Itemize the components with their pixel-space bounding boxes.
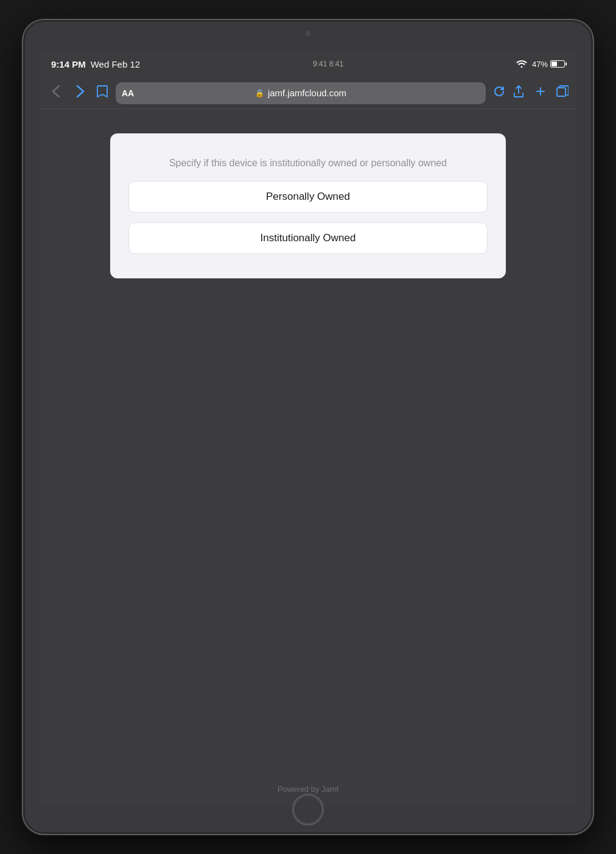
wifi-icon [516, 59, 527, 69]
personally-owned-button[interactable]: Personally Owned [128, 181, 488, 213]
status-bar: 9:14 PM Wed Feb 12 9:41 8:41 47% [40, 51, 576, 77]
front-camera [306, 31, 310, 36]
ipad-frame: 9:14 PM Wed Feb 12 9:41 8:41 47% [22, 19, 594, 835]
back-button[interactable] [47, 82, 65, 104]
tabs-button[interactable] [556, 85, 569, 101]
add-tab-button[interactable] [534, 85, 547, 101]
status-date: Wed Feb 12 [91, 59, 140, 69]
status-left: 9:14 PM Wed Feb 12 [51, 59, 140, 69]
aa-label[interactable]: AA [122, 88, 134, 98]
svg-rect-0 [557, 88, 565, 96]
address-bar[interactable]: AA 🔒 jamf.jamfcloud.com [116, 82, 486, 104]
reload-button[interactable] [493, 85, 505, 101]
browser-toolbar: AA 🔒 jamf.jamfcloud.com [40, 77, 576, 109]
forward-button[interactable] [72, 82, 89, 104]
toolbar-actions [513, 85, 569, 101]
battery-icon [550, 60, 565, 68]
institutionally-owned-label: Institutionally Owned [261, 232, 356, 244]
status-center-text: 9:41 8:41 [313, 60, 343, 68]
status-time: 9:14 PM [51, 59, 86, 69]
card-subtitle: Specify if this device is institutionall… [169, 158, 447, 169]
content-card: Specify if this device is institutionall… [110, 133, 506, 278]
bookmark-button[interactable] [96, 85, 108, 101]
personally-owned-label: Personally Owned [266, 191, 350, 203]
share-button[interactable] [513, 85, 525, 101]
web-content: Specify if this device is institutionall… [40, 109, 576, 806]
powered-by-text: Powered by Jamf [278, 785, 338, 794]
address-text: jamf.jamfcloud.com [268, 88, 346, 98]
battery-fill [551, 62, 557, 66]
institutionally-owned-button[interactable]: Institutionally Owned [128, 222, 488, 254]
battery-container: 47% [532, 60, 565, 69]
home-button[interactable] [292, 794, 324, 825]
status-right: 47% [516, 59, 565, 69]
ipad-screen: 9:14 PM Wed Feb 12 9:41 8:41 47% [40, 51, 576, 806]
lock-icon: 🔒 [255, 89, 264, 97]
battery-percentage: 47% [532, 60, 548, 69]
